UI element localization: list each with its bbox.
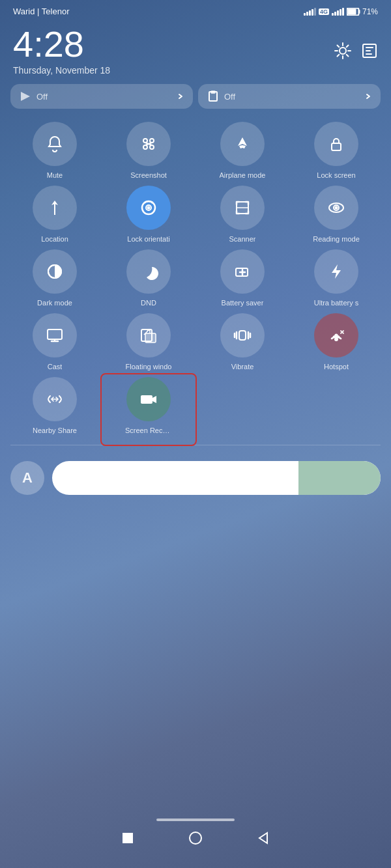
scissors-icon (139, 134, 158, 154)
floating-icon (139, 326, 158, 345)
tile-screen-record[interactable]: Screen Record (104, 377, 193, 434)
battery-plus-icon (233, 262, 252, 281)
floating-window-label: Floating windo (126, 363, 172, 371)
avatar-letter: A (22, 469, 33, 486)
time-display: 4:28 (13, 26, 110, 63)
vibrate-circle (220, 313, 265, 357)
scanner-label: Scanner (229, 235, 256, 243)
location-circle (33, 186, 77, 230)
svg-point-44 (68, 475, 74, 481)
hotspot-label: Hotspot (324, 363, 349, 371)
tile-airplane[interactable]: Airplane mode (198, 122, 287, 179)
time-icons (334, 42, 378, 60)
time-section: 4:28 Thursday, November 18 (0, 20, 391, 79)
recents-button[interactable] (120, 830, 136, 846)
location-icon (46, 199, 64, 217)
ultra-battery-circle (314, 249, 358, 294)
svg-point-39 (335, 338, 338, 341)
date-display: Thursday, November 18 (13, 65, 110, 76)
lock-circle (314, 122, 358, 166)
svg-line-51 (74, 473, 76, 475)
scanner-circle (220, 186, 265, 230)
svg-rect-34 (239, 331, 246, 340)
tile-vibrate[interactable]: Vibrate (198, 313, 287, 371)
user-avatar[interactable]: A (10, 461, 44, 495)
svg-point-7 (143, 139, 147, 143)
navigation-bar (0, 816, 391, 868)
airplane-circle (220, 122, 265, 166)
svg-line-49 (66, 473, 68, 475)
screenshot-label: Screenshot (130, 171, 167, 179)
svg-rect-28 (48, 329, 62, 339)
bell-icon (45, 134, 65, 154)
brightness-bar[interactable] (52, 461, 381, 495)
edit-icon[interactable] (361, 42, 378, 59)
rotate-lock-icon (139, 198, 158, 217)
tile-cast[interactable]: Cast (10, 313, 99, 371)
tile-dnd[interactable]: DND (104, 249, 193, 307)
svg-point-9 (143, 145, 147, 149)
mute-circle (33, 122, 77, 166)
monitor-icon (45, 326, 65, 345)
svg-line-50 (74, 481, 76, 483)
tile-reading-mode[interactable]: Reading mode (292, 186, 381, 243)
settings-icon[interactable] (334, 42, 352, 60)
tile-screenshot[interactable]: Screenshot (104, 122, 193, 179)
svg-rect-1 (347, 8, 356, 14)
nav-buttons (120, 830, 271, 846)
tile-battery-saver[interactable]: Battery saver (198, 249, 287, 307)
svg-marker-4 (21, 92, 30, 101)
tile-lock-screen[interactable]: Lock screen (292, 122, 381, 179)
tile-dark-mode[interactable]: Dark mode (10, 249, 99, 307)
chevron-icon-2 (365, 93, 371, 100)
tile-mute[interactable]: Mute (10, 122, 99, 179)
tile-lock-orientation[interactable]: Lock orientati (104, 186, 193, 243)
chevron-icon (177, 93, 184, 100)
moon-icon (139, 262, 158, 281)
svg-line-52 (66, 481, 68, 483)
tile-location[interactable]: Location (10, 186, 99, 243)
dnd-label: DND (141, 299, 156, 307)
top-tiles: Off Off (0, 79, 391, 114)
top-tile-2[interactable]: Off (198, 84, 381, 109)
contrast-icon (45, 262, 65, 281)
svg-point-22 (336, 207, 338, 209)
dark-mode-label: Dark mode (37, 299, 72, 307)
svg-rect-6 (211, 91, 215, 93)
back-button[interactable] (255, 830, 271, 846)
lock-screen-label: Lock screen (317, 171, 355, 179)
battery-percent: 71% (362, 7, 378, 16)
dnd-circle (126, 249, 171, 294)
cast-circle (33, 313, 77, 357)
status-right: 4G 71% (304, 7, 378, 16)
nearby-share-label: Nearby Share (33, 427, 77, 434)
separator (10, 445, 381, 445)
lock-orientation-label: Lock orientati (127, 235, 169, 243)
lock-icon (327, 135, 345, 153)
vibrate-label: Vibrate (231, 363, 254, 371)
svg-rect-32 (145, 333, 156, 343)
home-button[interactable] (188, 830, 203, 846)
home-indicator (156, 819, 235, 821)
network-badge: 4G (319, 8, 329, 15)
tile-ultra-battery[interactable]: Ultra battery s (292, 249, 381, 307)
screenshot-circle (126, 122, 171, 166)
vibrate-icon (233, 326, 252, 345)
location-label: Location (41, 235, 68, 243)
tile-hotspot[interactable]: Hotspot (292, 313, 381, 371)
svg-rect-53 (123, 833, 132, 843)
mute-label: Mute (47, 171, 63, 179)
tile-nearby-share[interactable]: Nearby Share (10, 377, 99, 434)
nearby-share-circle (33, 377, 77, 421)
tile-scanner[interactable]: Scanner (198, 186, 287, 243)
top-tile-1[interactable]: Off (10, 84, 193, 109)
tile-floating-window[interactable]: Floating windo (104, 313, 193, 371)
battery-saver-label: Battery saver (222, 299, 264, 307)
reading-mode-label: Reading mode (313, 235, 360, 243)
signal-bars-1 (304, 8, 316, 16)
brightness-section: A (0, 451, 391, 500)
eye-icon (326, 198, 346, 217)
status-bar: Warid | Telenor 4G 71% (0, 0, 391, 20)
video-camera-icon (139, 389, 158, 409)
sun-icon (63, 469, 80, 486)
